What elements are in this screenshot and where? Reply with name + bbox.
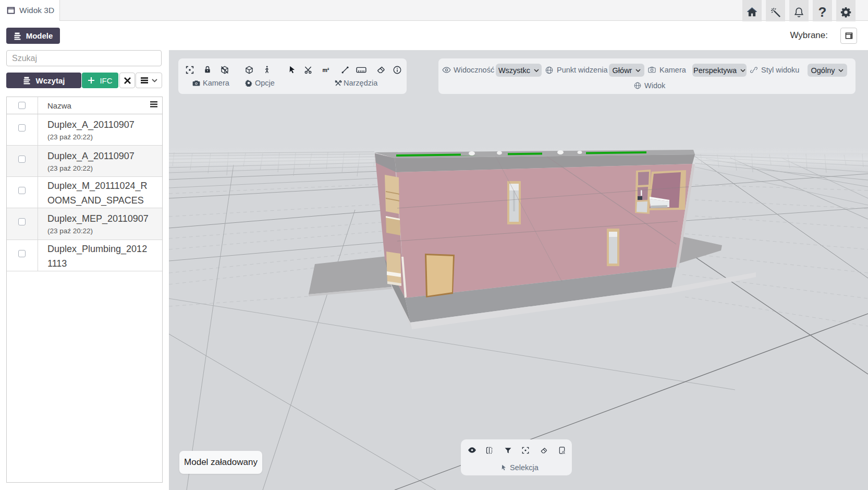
svg-text:m²: m²: [323, 67, 329, 73]
